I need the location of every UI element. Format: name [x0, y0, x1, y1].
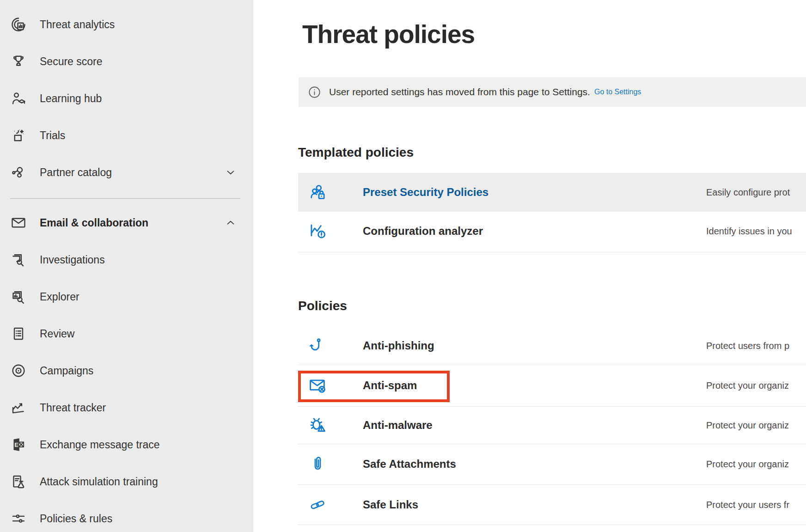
row-anti-spam[interactable]: Anti-spam Protect your organiz: [298, 365, 806, 407]
sidebar-item-secure-score[interactable]: Secure score: [0, 43, 253, 80]
chevron-up-icon[interactable]: [225, 217, 237, 229]
sidebar-item-partner-catalog[interactable]: Partner catalog: [0, 154, 253, 191]
graduate-person-icon: [10, 90, 27, 107]
sidebar-item-review[interactable]: Review: [0, 315, 253, 352]
mail-block-icon: [306, 376, 329, 395]
sidebar-item-campaigns[interactable]: Campaigns: [0, 352, 253, 389]
defender-portal: Threat analytics Secure score: [0, 0, 806, 532]
row-description: Protect your users fr: [706, 499, 789, 510]
sidebar-item-label: Secure score: [40, 55, 103, 68]
sidebar-item-label: Policies & rules: [40, 513, 112, 525]
row-label: Anti-spam: [363, 379, 417, 392]
row-description: Easily configure prot: [706, 187, 790, 198]
sidebar-item-threat-analytics[interactable]: Threat analytics: [0, 6, 253, 43]
row-description: Protect your organiz: [706, 420, 789, 430]
section-divider: [298, 252, 806, 252]
sidebar-item-email-collaboration[interactable]: Email & collaboration: [0, 204, 253, 241]
sidebar-item-exchange-message-trace[interactable]: E Exchange message trace: [0, 426, 253, 463]
sidebar-nav: Threat analytics Secure score: [0, 0, 253, 532]
svg-text:E: E: [14, 441, 18, 448]
trend-chart-icon: [10, 399, 27, 416]
templated-policies-heading: Templated policies: [298, 145, 414, 160]
row-label: Anti-malware: [363, 419, 433, 432]
sidebar-item-investigations[interactable]: Investigations: [0, 241, 253, 278]
sidebar-item-label: Investigations: [40, 254, 105, 266]
row-label: Safe Links: [363, 498, 418, 511]
trophy-icon: [10, 53, 27, 70]
sidebar-item-threat-tracker[interactable]: Threat tracker: [0, 389, 253, 426]
exchange-logo-icon: E: [10, 436, 27, 453]
row-safe-attachments[interactable]: Safe Attachments Protect your organiz: [298, 444, 806, 485]
list-document-icon: [10, 325, 27, 342]
row-label-link[interactable]: Preset Security Policies: [363, 186, 488, 199]
row-safe-links[interactable]: Safe Links Protect your users fr: [298, 484, 806, 525]
chevron-down-icon[interactable]: [225, 166, 237, 178]
network-nodes-icon: [10, 164, 27, 181]
row-label: Anti-phishing: [363, 339, 434, 352]
paperclip-icon: [306, 455, 329, 473]
chart-search-icon: [10, 288, 27, 305]
sidebar-item-explorer[interactable]: Explorer: [0, 278, 253, 315]
row-preset-security-policies[interactable]: Preset Security Policies Easily configur…: [298, 173, 806, 212]
row-label: Configuration analyzer: [363, 225, 483, 238]
sidebar-item-policies-rules[interactable]: Policies & rules: [0, 500, 253, 532]
threat-analytics-icon: [10, 16, 27, 33]
sidebar-item-label: Campaigns: [40, 365, 93, 377]
document-flask-icon: [10, 473, 27, 490]
policy-lists: Templated policies Preset Security Polic…: [298, 0, 806, 532]
policies-heading: Policies: [298, 299, 347, 313]
row-description: Protect users from p: [706, 340, 789, 351]
sidebar-item-label: Partner catalog: [40, 166, 112, 179]
row-description: Identify issues in you: [706, 226, 792, 237]
sidebar: Threat analytics Secure score: [0, 0, 253, 532]
row-description: Protect your organiz: [706, 380, 789, 391]
sliders-icon: [10, 510, 27, 527]
sidebar-item-trials[interactable]: Trials: [0, 117, 253, 154]
bug-warning-icon: [306, 416, 329, 435]
main-content: Threat policies User reported settings h…: [253, 0, 806, 532]
sidebar-item-label: Explorer: [40, 291, 79, 303]
sidebar-item-label: Learning hub: [40, 92, 102, 105]
sidebar-item-label: Exchange message trace: [40, 439, 160, 451]
gift-sparkle-icon: [10, 127, 27, 144]
sidebar-item-attack-simulation-training[interactable]: Attack simulation training: [0, 463, 253, 500]
row-anti-malware[interactable]: Anti-malware Protect your organiz: [298, 406, 806, 444]
row-description: Protect your organiz: [706, 459, 789, 470]
chain-links-icon: [306, 495, 329, 514]
sidebar-item-label: Review: [40, 328, 74, 340]
fish-hook-icon: [306, 336, 329, 355]
sidebar-item-label: Trials: [40, 129, 65, 142]
envelope-icon: [10, 214, 27, 231]
sidebar-item-label: Threat analytics: [40, 18, 115, 31]
row-anti-phishing[interactable]: Anti-phishing Protect users from p: [298, 326, 806, 365]
sidebar-divider: [10, 198, 240, 199]
row-configuration-analyzer[interactable]: Configuration analyzer Identify issues i…: [298, 212, 806, 251]
sidebar-item-label: Email & collaboration: [40, 217, 148, 229]
sidebar-item-label: Threat tracker: [40, 402, 106, 414]
chart-alert-icon: [306, 221, 329, 241]
row-label: Safe Attachments: [363, 458, 456, 471]
documents-search-icon: [10, 251, 27, 268]
people-lock-icon: [306, 183, 329, 202]
sidebar-item-label: Attack simulation training: [40, 476, 158, 488]
bullseye-icon: [10, 362, 27, 379]
sidebar-item-learning-hub[interactable]: Learning hub: [0, 80, 253, 117]
